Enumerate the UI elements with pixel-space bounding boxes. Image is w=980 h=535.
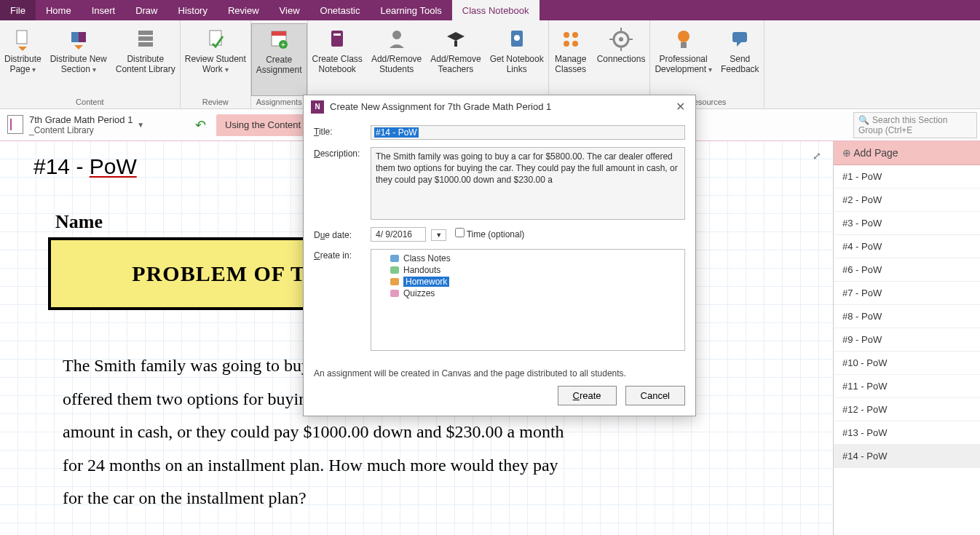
tab-class-notebook[interactable]: Class Notebook	[452, 0, 540, 20]
tab-home[interactable]: Home	[36, 0, 82, 20]
tree-item-homework[interactable]: Homework	[376, 276, 680, 288]
dialog-titlebar: N Create New Assignment for 7th Grade Ma…	[304, 95, 695, 118]
svg-text:+: +	[281, 41, 285, 49]
search-input[interactable]: Search this Section Group (Ctrl+E	[853, 112, 977, 138]
date-dropdown-button[interactable]: ▼	[431, 229, 446, 241]
page-list-item[interactable]: #4 - PoW	[834, 235, 980, 258]
svg-point-17	[564, 32, 569, 38]
svg-rect-14	[454, 41, 457, 47]
page-list-item[interactable]: #8 - PoW	[834, 305, 980, 328]
due-date-input[interactable]: 4/ 9/2016	[371, 227, 426, 242]
tab-review[interactable]: Review	[218, 0, 269, 20]
svg-rect-1	[71, 32, 79, 42]
page-list-item[interactable]: #14 - PoW	[834, 445, 980, 468]
svg-point-13	[392, 31, 401, 39]
search-icon	[858, 115, 872, 125]
expand-icon[interactable]: ⤢	[813, 150, 821, 162]
create-button[interactable]: Create	[558, 386, 617, 405]
onenote-icon: N	[311, 100, 324, 114]
ribbon-group-label: Content	[0, 96, 180, 108]
distribute-content-library-button[interactable]: DistributeContent Library	[111, 23, 180, 96]
chevron-down-icon[interactable]: ▼	[137, 121, 144, 129]
page-list-item[interactable]: #3 - PoW	[834, 212, 980, 235]
distribute-page-button[interactable]: DistributePage	[0, 23, 46, 96]
svg-point-22	[619, 37, 623, 41]
time-checkbox[interactable]: Time (optional)	[455, 229, 525, 239]
svg-rect-25	[732, 32, 747, 42]
create-in-tree[interactable]: Class NotesHandoutsHomeworkQuizzes	[371, 249, 685, 351]
svg-rect-3	[138, 31, 153, 35]
distribute-library-icon	[133, 26, 159, 52]
pages-panel: Add Page #1 - PoW#2 - PoW#3 - PoW#4 - Po…	[833, 141, 980, 535]
notebook-sub: _Content Library	[29, 125, 133, 135]
svg-rect-0	[17, 31, 27, 44]
due-date-label: Due date:	[314, 229, 371, 240]
feedback-icon	[727, 26, 753, 52]
svg-point-19	[564, 41, 569, 47]
tree-item-quizzes[interactable]: Quizzes	[376, 288, 680, 299]
tab-learning-tools[interactable]: Learning Tools	[370, 0, 451, 20]
create-assignment-icon: +	[266, 27, 292, 53]
get-notebook-links-button[interactable]: Get NotebookLinks	[486, 23, 548, 105]
tab-history[interactable]: History	[168, 0, 218, 20]
close-icon[interactable]: ✕	[673, 100, 688, 114]
send-feedback-button[interactable]: SendFeedback	[716, 23, 764, 96]
ribbon-group-label: Review	[181, 96, 250, 108]
page-list-item[interactable]: #2 - PoW	[834, 189, 980, 212]
svg-point-18	[572, 32, 578, 38]
svg-rect-8	[272, 31, 286, 36]
section-swatch-icon	[390, 278, 399, 285]
page-list-item[interactable]: #9 - PoW	[834, 328, 980, 352]
dialog-note: An assignment will be created in Canvas …	[304, 362, 695, 381]
notebook-selector[interactable]: 7th Grade Math Period 1 _Content Library…	[0, 114, 189, 136]
page-list-item[interactable]: #6 - PoW	[834, 258, 980, 282]
description-input[interactable]: The Smith family was going to buy a car …	[371, 147, 685, 220]
ribbon-group-label: Assignments	[251, 96, 307, 108]
title-label: Title:	[314, 125, 371, 140]
section-swatch-icon	[390, 290, 399, 297]
create-class-notebook-button[interactable]: Create ClassNotebook	[308, 23, 367, 105]
tab-file[interactable]: File	[0, 0, 36, 20]
svg-rect-5	[138, 42, 153, 47]
professional-development-button[interactable]: ProfessionalDevelopment	[650, 23, 716, 96]
create-assignment-button[interactable]: +CreateAssignment	[251, 23, 307, 96]
connections-icon	[608, 26, 634, 52]
tab-draw[interactable]: Draw	[125, 0, 167, 20]
page-list-item[interactable]: #13 - PoW	[834, 421, 980, 445]
svg-point-16	[514, 35, 520, 41]
page-list-item[interactable]: #12 - PoW	[834, 398, 980, 421]
pages-list: #1 - PoW#2 - PoW#3 - PoW#4 - PoW#6 - PoW…	[834, 165, 980, 535]
students-icon	[384, 26, 410, 52]
svg-rect-4	[138, 36, 153, 41]
links-icon	[504, 26, 530, 52]
page-list-item[interactable]: #1 - PoW	[834, 165, 980, 189]
svg-rect-6	[210, 31, 221, 45]
review-student-work-button[interactable]: Review StudentWork	[181, 23, 250, 96]
tab-insert[interactable]: Insert	[82, 0, 126, 20]
title-input[interactable]: #14 - PoW	[371, 125, 685, 140]
svg-rect-11	[331, 31, 343, 47]
description-label: Description:	[314, 147, 371, 220]
cancel-button[interactable]: Cancel	[625, 386, 685, 405]
page-list-item[interactable]: #11 - PoW	[834, 375, 980, 398]
prof-dev-icon	[671, 26, 697, 52]
connections-button[interactable]: Connections	[593, 23, 650, 105]
add-remove-students-button[interactable]: Add/RemoveStudents	[367, 23, 426, 105]
tree-item-handouts[interactable]: Handouts	[376, 264, 680, 276]
add-remove-teachers-button[interactable]: Add/RemoveTeachers	[426, 23, 485, 105]
svg-rect-12	[333, 33, 341, 36]
manage-classes-button[interactable]: ManageClasses	[549, 23, 593, 105]
notebook-icon	[7, 115, 23, 134]
create-class-notebook-icon	[324, 26, 350, 52]
tab-onetastic[interactable]: Onetastic	[310, 0, 371, 20]
distribute-new-section-button[interactable]: Distribute NewSection	[46, 23, 111, 96]
distribute-page-icon	[9, 26, 36, 52]
undo-icon[interactable]: ↶	[195, 117, 206, 133]
page-list-item[interactable]: #7 - PoW	[834, 282, 980, 305]
tree-item-class-notes[interactable]: Class Notes	[376, 253, 680, 264]
page-list-item[interactable]: #10 - PoW	[834, 352, 980, 375]
tab-view[interactable]: View	[269, 0, 310, 20]
add-page-button[interactable]: Add Page	[834, 141, 980, 165]
dialog-title: Create New Assignment for 7th Grade Math…	[330, 101, 551, 112]
distribute-section-icon	[66, 26, 92, 52]
